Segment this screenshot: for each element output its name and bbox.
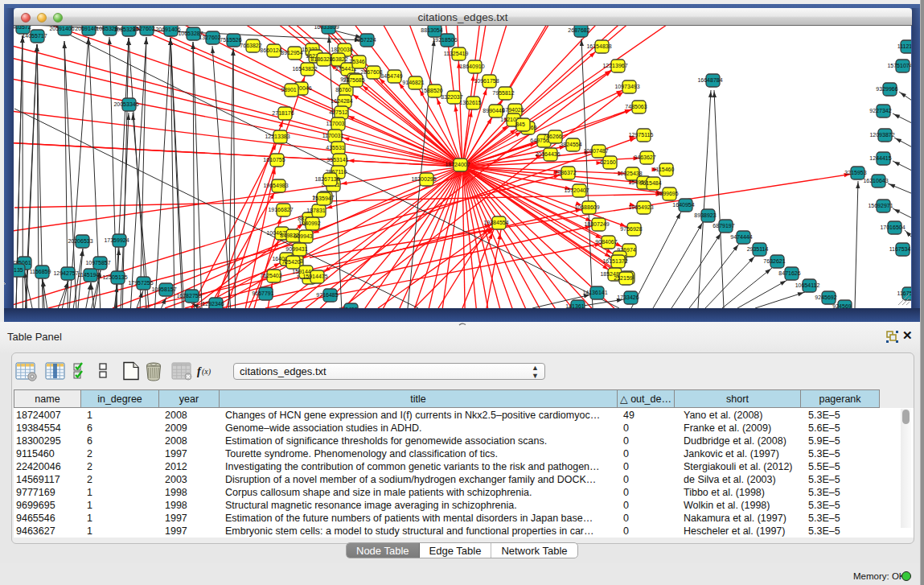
svg-text:1820038: 1820038 (331, 47, 352, 52)
svg-text:9716485: 9716485 (316, 292, 338, 298)
svg-text:116753: 116753 (897, 290, 911, 296)
svg-text:1403572: 1403572 (14, 26, 31, 30)
svg-text:10975857: 10975857 (85, 260, 110, 266)
svg-text:10025438: 10025438 (617, 171, 642, 176)
svg-text:1170031: 1170031 (322, 133, 344, 138)
svg-text:14136141: 14136141 (582, 290, 607, 295)
svg-text:845: 845 (515, 122, 525, 127)
svg-text:7632621: 7632621 (763, 258, 785, 264)
svg-text:10973493: 10973493 (614, 84, 639, 89)
svg-text:12213967: 12213967 (602, 63, 627, 68)
svg-text:746266: 746266 (543, 134, 561, 139)
svg-text:8186328: 8186328 (310, 56, 332, 62)
svg-text:725420: 725420 (281, 259, 300, 265)
svg-text:75346: 75346 (349, 59, 365, 64)
svg-text:2687682: 2687682 (568, 27, 589, 33)
svg-text:9227342: 9227342 (869, 108, 891, 113)
svg-text:9474444: 9474444 (730, 234, 752, 240)
svg-text:3215953: 3215953 (844, 170, 866, 175)
svg-text:19654983: 19654983 (263, 183, 288, 188)
svg-text:1327602: 1327602 (199, 35, 220, 40)
svg-text:9899695: 9899695 (656, 191, 678, 196)
svg-text:8660124: 8660124 (260, 47, 281, 53)
svg-text:18640910: 18640910 (459, 64, 484, 69)
svg-text:20591406: 20591406 (49, 26, 74, 31)
svg-text:7357224: 7357224 (354, 37, 376, 43)
svg-text:98901: 98901 (281, 87, 297, 93)
svg-text:16033809: 16033809 (314, 26, 339, 30)
svg-text:8471626: 8471626 (778, 270, 800, 276)
svg-text:962450: 962450 (339, 307, 357, 308)
svg-text:10654112: 10654112 (795, 282, 820, 288)
svg-text:16782759: 16782759 (176, 293, 201, 299)
svg-text:15914475: 15914475 (302, 274, 327, 279)
svg-text:20053346: 20053346 (113, 101, 138, 107)
svg-text:17016504: 17016504 (880, 225, 905, 230)
svg-text:1244415: 1244415 (869, 155, 891, 161)
svg-text:19166827: 19166827 (268, 207, 293, 212)
svg-text:18724007: 18724007 (445, 162, 470, 167)
svg-text:86760: 86760 (335, 87, 351, 93)
svg-text:427512: 427512 (329, 109, 347, 115)
svg-text:17957255: 17957255 (128, 280, 153, 286)
svg-text:11121: 11121 (897, 43, 911, 49)
svg-text:2935114: 2935114 (747, 246, 769, 252)
svg-text:1145194: 1145194 (78, 272, 100, 278)
svg-text:3875685: 3875685 (343, 77, 364, 83)
svg-text:9099431: 9099431 (285, 246, 307, 252)
svg-text:2069140: 2069140 (75, 26, 97, 31)
svg-text:2718176: 2718176 (272, 110, 294, 116)
svg-text:7955812: 7955812 (492, 90, 514, 96)
svg-text:7485063: 7485063 (625, 104, 647, 109)
svg-text:15720407: 15720407 (564, 187, 589, 193)
svg-text:1588520: 1588520 (421, 88, 442, 93)
svg-text:117003: 117003 (326, 121, 345, 126)
svg-text:9084067: 9084067 (595, 239, 617, 245)
svg-text:2867608: 2867608 (360, 69, 382, 75)
svg-text:1167534: 1167534 (889, 246, 911, 252)
svg-text:8454749: 8454749 (380, 73, 402, 79)
svg-text:9657791: 9657791 (252, 290, 273, 296)
svg-text:7663822: 7663822 (240, 43, 261, 48)
svg-text:(x): (x) (202, 367, 211, 377)
svg-text:3824554: 3824554 (560, 142, 581, 147)
svg-text:14055717: 14055717 (22, 33, 47, 39)
svg-text:1362615: 1362615 (459, 100, 481, 105)
svg-text:18300295: 18300295 (411, 176, 436, 182)
svg-text:9146821: 9146821 (402, 80, 424, 85)
svg-text:252159: 252159 (614, 275, 632, 281)
svg-text:19384554: 19384554 (483, 220, 508, 225)
svg-text:16151372: 16151372 (602, 258, 627, 264)
svg-text:12505135: 12505135 (102, 274, 127, 280)
svg-text:7515526: 7515526 (220, 37, 241, 43)
svg-text:9245692: 9245692 (815, 295, 836, 300)
svg-text:16154838: 16154838 (586, 43, 611, 49)
svg-text:435531: 435531 (326, 145, 344, 150)
svg-text:15751074: 15751074 (887, 63, 911, 68)
svg-text:19654923: 19654923 (628, 204, 653, 210)
svg-text:16210643: 16210643 (863, 178, 888, 183)
svg-text:6794028: 6794028 (502, 107, 524, 113)
svg-text:20364436: 20364436 (535, 151, 560, 157)
svg-text:8938923: 8938923 (694, 212, 716, 218)
svg-text:15692971: 15692971 (868, 203, 893, 208)
svg-text:1156859: 1156859 (30, 269, 51, 274)
svg-text:753594: 753594 (312, 196, 331, 201)
svg-text:8912954: 8912954 (281, 50, 302, 56)
svg-text:10688609: 10688609 (574, 204, 599, 210)
svg-text:12975115: 12975115 (629, 132, 654, 138)
svg-text:11325419: 11325419 (444, 51, 469, 56)
svg-text:8813054: 8813054 (421, 27, 442, 33)
svg-text:9463627: 9463627 (634, 154, 655, 160)
svg-text:8322037: 8322037 (441, 94, 462, 100)
svg-text:16543822: 16543822 (292, 66, 317, 72)
svg-text:10961758: 10961758 (474, 78, 499, 84)
svg-text:924569: 924569 (832, 303, 851, 308)
svg-text:19218506: 19218506 (432, 37, 457, 43)
svg-text:1624284: 1624284 (331, 98, 352, 104)
svg-text:9329966: 9329966 (876, 86, 897, 92)
svg-text:10807487: 10807487 (583, 148, 608, 154)
svg-text:12093872: 12093872 (869, 132, 894, 138)
svg-text:10958157: 10958157 (151, 286, 176, 292)
svg-text:17359924: 17359924 (104, 237, 129, 243)
